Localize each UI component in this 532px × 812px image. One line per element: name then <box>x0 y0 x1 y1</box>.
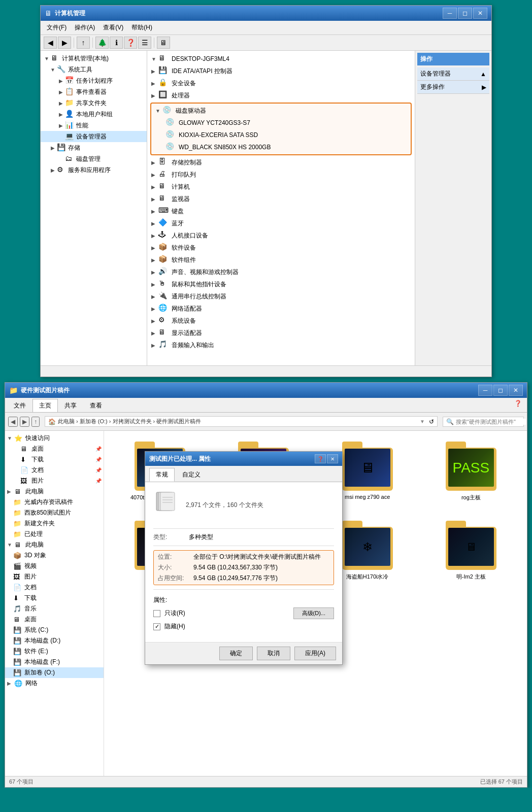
advanced-button[interactable]: 高级(D)... <box>293 607 334 619</box>
ribbon-share[interactable]: 共享 <box>58 399 83 412</box>
tree-performance[interactable]: ▶ 📊 性能 <box>41 120 147 131</box>
expand-icon[interactable]: ▶ <box>482 84 486 91</box>
nav-quick-access[interactable]: ▼ ⭐ 快速访问 <box>5 433 104 444</box>
nav-this-pc-top[interactable]: ▶ 🖥 此电脑 <box>5 486 104 497</box>
tree-services[interactable]: ▶ ⚙ 服务和应用程序 <box>41 164 147 176</box>
help-button[interactable]: ❓ <box>124 37 137 49</box>
menu-view[interactable]: 查看(V) <box>99 22 127 33</box>
audio-io-header[interactable]: ▶ 🎵 音频输入和输出 <box>147 339 415 351</box>
sw-components-header[interactable]: ▶ 📦 软件组件 <box>147 254 415 266</box>
nav-new-folder[interactable]: 📁 新建文件夹 <box>5 518 104 529</box>
nav-e-drive[interactable]: 💾 软件 (E:) <box>5 646 104 657</box>
nav-c-drive[interactable]: 💾 系统 (C:) <box>5 625 104 635</box>
menu-action[interactable]: 操作(A) <box>71 22 99 33</box>
dialog-tab-custom[interactable]: 自定义 <box>176 468 207 482</box>
processor-header[interactable]: ▶ 🔲 处理器 <box>147 89 415 101</box>
tree-disk-mgmt[interactable]: 🗂 磁盘管理 <box>41 153 147 164</box>
network-header[interactable]: ▶ 🌐 网络适配器 <box>147 302 415 315</box>
nav-pictures[interactable]: 🖼 图片 📌 <box>5 476 104 486</box>
back-button[interactable]: ◀ <box>44 37 57 49</box>
nav-music[interactable]: 🎵 音乐 <box>5 603 104 614</box>
close-button-1[interactable]: ✕ <box>473 8 487 19</box>
address-dropdown-icon[interactable]: ▼ <box>420 419 425 424</box>
hid-header[interactable]: ▶ 🕹 人机接口设备 <box>147 229 415 242</box>
nav-downloads[interactable]: ⬇ 下载 📌 <box>5 454 104 465</box>
view-button[interactable]: ☰ <box>138 37 151 49</box>
tree-storage[interactable]: ▶ 💾 存储 <box>41 142 147 153</box>
tree-event-viewer[interactable]: ▶ 📋 事件查看器 <box>41 86 147 97</box>
sound-header[interactable]: ▶ 🔊 声音、视频和游戏控制器 <box>147 266 415 278</box>
security-header[interactable]: ▶ 🔒 安全设备 <box>147 77 415 89</box>
computer-icon-btn[interactable]: 🖥 <box>157 37 170 49</box>
nav-this-pc[interactable]: ▼ 🖥 此电脑 <box>5 539 104 550</box>
tree-shared-folders[interactable]: ▶ 📁 共享文件夹 <box>41 97 147 109</box>
close-button-2[interactable]: ✕ <box>509 385 523 396</box>
dialog-tab-general[interactable]: 常规 <box>149 468 175 482</box>
nav-forward-btn[interactable]: ▶ <box>20 417 29 427</box>
nav-3d-objects[interactable]: 📦 3D 对象 <box>5 550 104 561</box>
menu-file[interactable]: 文件(F) <box>43 22 71 33</box>
ide-ata-header[interactable]: ▶ 💾 IDE ATA/ATAPI 控制器 <box>147 65 415 77</box>
dialog-close-btn[interactable]: ✕ <box>327 454 338 463</box>
computer-root-header[interactable]: ▼ 🖥 DESKTOP-JGF3ML4 <box>147 53 415 65</box>
tree-device-manager[interactable]: 💻 设备管理器 <box>41 131 147 142</box>
nav-documents[interactable]: 📄 文档 📌 <box>5 465 104 476</box>
mouse-header[interactable]: ▶ 🖱 鼠标和其他指针设备 <box>147 278 415 290</box>
dialog-help-btn[interactable]: ❓ <box>315 454 326 463</box>
nav-desktop-pc[interactable]: 🖥 桌面 <box>5 614 104 625</box>
hidden-checkbox[interactable]: ✓ <box>153 623 160 630</box>
nav-pictures-pc[interactable]: 🖼 图片 <box>5 571 104 582</box>
nav-downloads-pc[interactable]: ⬇ 下载 <box>5 593 104 603</box>
folder-item-5[interactable]: PASS rog主板 <box>421 437 521 512</box>
nav-docs-pc[interactable]: 📄 文档 <box>5 582 104 593</box>
up-button[interactable]: ↑ <box>77 37 90 49</box>
disk-kioxia[interactable]: 💿 KIOXIA-EXCERIA SATA SSD <box>151 129 411 141</box>
menu-help[interactable]: 帮助(H) <box>127 22 156 33</box>
usb-header[interactable]: ▶ 🔌 通用串行总线控制器 <box>147 290 415 302</box>
dialog-apply-btn[interactable]: 应用(A) <box>294 647 336 660</box>
nav-o-drive[interactable]: 💾 新加卷 (O:) <box>5 667 104 678</box>
restore-button-1[interactable]: ◻ <box>458 8 472 19</box>
nav-up-btn[interactable]: ↑ <box>31 417 40 427</box>
display-header[interactable]: ▶ 🖥 显示适配器 <box>147 327 415 339</box>
tree-task-scheduler[interactable]: ▶ 📅 任务计划程序 <box>41 75 147 86</box>
nav-desktop[interactable]: 🖥 桌面 📌 <box>5 444 104 454</box>
computer-cat-header[interactable]: ▶ 🖥 计算机 <box>147 181 415 193</box>
refresh-icon[interactable]: ↺ <box>429 418 434 425</box>
disk-drives-header[interactable]: ▼ 💿 磁盘驱动器 <box>151 105 411 117</box>
monitor-header[interactable]: ▶ 🖥 监视器 <box>147 193 415 205</box>
tree-root[interactable]: ▼ 🖥 计算机管理(本地) <box>41 53 147 64</box>
tree-system-tools[interactable]: ▼ 🔧 系统工具 <box>41 64 147 75</box>
nav-guangwei[interactable]: 📁 光威内存资讯稿件 <box>5 497 104 507</box>
ribbon-home[interactable]: 主页 <box>32 399 58 412</box>
help-icon[interactable]: ❓ <box>511 398 525 412</box>
forward-button[interactable]: ▶ <box>58 37 71 49</box>
properties-button[interactable]: ℹ <box>110 37 123 49</box>
disk-wd[interactable]: 💿 WD_BLACK SN850X HS 2000GB <box>151 141 411 153</box>
print-queue-header[interactable]: ▶ 🖨 打印队列 <box>147 168 415 181</box>
disk-gloway[interactable]: 💿 GLOWAY YCT240GS3-S7 <box>151 117 411 129</box>
nav-processed[interactable]: 📁 已处理 <box>5 529 104 539</box>
dialog-ok-btn[interactable]: 确定 <box>219 647 253 660</box>
nav-d-drive[interactable]: 💾 本地磁盘 (D:) <box>5 635 104 646</box>
bluetooth-header[interactable]: ▶ 🔷 蓝牙 <box>147 217 415 229</box>
folder-item-9[interactable]: 🖥 明-Im2 主板 <box>421 516 521 584</box>
tree-local-users[interactable]: ▶ 👤 本地用户和组 <box>41 109 147 120</box>
nav-network[interactable]: ▶ 🌐 网络 <box>5 678 104 689</box>
system-dev-header[interactable]: ▶ ⚙ 系统设备 <box>147 315 415 327</box>
storage-ctrl-header[interactable]: ▶ 🗄 存储控制器 <box>147 156 415 168</box>
sw-devices-header[interactable]: ▶ 📦 软件设备 <box>147 242 415 254</box>
minimize-button-1[interactable]: ─ <box>443 8 457 19</box>
ribbon-file[interactable]: 文件 <box>7 399 32 412</box>
keyboard-header[interactable]: ▶ ⌨ 键盘 <box>147 205 415 217</box>
search-input[interactable] <box>456 419 526 425</box>
show-hide-tree[interactable]: 🌲 <box>95 37 109 49</box>
ribbon-view[interactable]: 查看 <box>83 399 109 412</box>
dialog-cancel-btn[interactable]: 取消 <box>257 647 290 660</box>
nav-f-drive[interactable]: 💾 本地磁盘 (F:) <box>5 657 104 667</box>
search-box[interactable]: 🔍 <box>443 417 524 427</box>
readonly-checkbox[interactable] <box>153 610 160 617</box>
nav-back-btn[interactable]: ◀ <box>8 417 18 427</box>
nav-videos[interactable]: 🎬 视频 <box>5 561 104 571</box>
nav-xi850[interactable]: 📁 西敌850测试图片 <box>5 507 104 518</box>
